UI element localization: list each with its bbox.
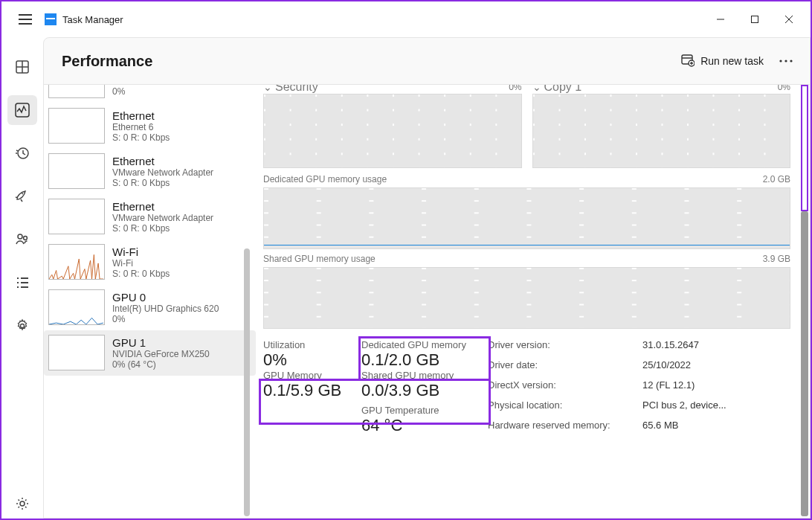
shared-mem-max: 3.9 GB [763,254,790,264]
perf-item-name: Ethernet [112,200,213,213]
nav-app-history[interactable] [7,138,37,168]
perf-item-name: Ethernet [112,155,213,167]
dedicated-mem-max: 2.0 GB [763,174,790,184]
svg-rect-0 [752,16,758,23]
nav-startup[interactable] [7,182,37,211]
nav-services[interactable] [7,311,37,341]
engine-copy-label: Copy 1 [544,85,582,94]
app-icon [45,13,57,25]
app-title: Task Manager [62,14,123,25]
engine-copy-chart [532,94,791,168]
perf-thumb [48,289,105,325]
driver-version-value: 31.0.15.2647 [642,339,790,355]
metric-utilization: Utilization 0% [263,339,361,370]
run-task-icon [681,54,695,69]
perf-thumb [48,153,105,189]
metrics-grid: Utilization 0% Dedicated GPU memory 0.1/… [263,339,790,435]
perf-item-stat: S: 0 R: 0 Kbps [112,178,213,188]
nav-users[interactable] [7,225,37,254]
chevron-down-icon[interactable]: ⌄ [532,85,541,93]
perf-item-stat: S: 0 R: 0 Kbps [112,132,170,143]
perf-item-stat: 0% [112,86,131,97]
perf-item-sub: NVIDIA GeForce MX250 [112,349,210,359]
perf-item-ssd[interactable]: SSD 0% [44,85,256,103]
metric-gpu-memory: GPU Memory 0.1/5.9 GB [263,370,361,400]
perf-sidebar: SSD 0% Ethernet Ethernet 6 S: 0 R: 0 Kbp… [44,85,256,518]
svg-point-12 [790,60,792,62]
engine-security-pct: 0% [509,85,521,92]
engine-security-label: Security [275,85,318,94]
perf-item-stat: S: 0 R: 0 Kbps [112,223,213,234]
perf-item-stat: 0% (64 °C) [112,359,210,370]
engine-security-chart [263,94,522,168]
run-task-label: Run new task [700,55,764,67]
minimize-button[interactable] [703,7,738,31]
more-button[interactable] [771,46,801,76]
engine-copy-pct: 0% [778,85,790,92]
nav-processes[interactable] [7,52,37,82]
svg-point-5 [24,237,28,240]
svg-point-10 [779,60,782,62]
page-title: Performance [62,53,152,70]
perf-item-sub: VMware Network Adapter [112,167,213,178]
perf-item-sub: VMware Network Adapter [112,213,213,223]
perf-thumb [48,85,105,98]
perf-item-sub: Ethernet 6 [112,122,170,132]
chevron-down-icon[interactable]: ⌄ [263,85,272,93]
directx-key: DirectX version: [488,379,642,395]
nav-rail [1,37,43,519]
nav-settings[interactable] [7,489,37,519]
perf-thumb [48,244,105,280]
perf-item-stat: 0% [112,314,219,324]
svg-point-6 [21,324,25,328]
perf-item-name: GPU 0 [112,291,219,304]
svg-point-7 [20,501,25,506]
dedicated-mem-chart [263,187,790,249]
perf-item-gpu1[interactable]: GPU 1 NVIDIA GeForce MX250 0% (64 °C) [44,330,256,376]
perf-item-sub: Intel(R) UHD Graphics 620 [112,304,219,314]
content-pane: Performance Run new task SSD [43,37,811,519]
close-button[interactable] [772,7,806,31]
metric-shared: Shared GPU memory 0.0/3.9 GB [361,370,488,400]
window: Task Manager Performance Run n [0,0,812,520]
perf-item-ethernet[interactable]: Ethernet Ethernet 6 S: 0 R: 0 Kbps [44,103,256,149]
svg-point-4 [18,234,22,239]
physical-loc-key: Physical location: [488,399,642,415]
driver-date-key: Driver date: [488,359,642,375]
perf-item-name: GPU 1 [112,336,210,349]
driver-date-value: 25/10/2022 [642,359,790,375]
titlebar: Task Manager [1,1,811,37]
content-header: Performance Run new task [44,38,810,84]
hamburger-menu[interactable] [10,4,40,34]
driver-version-key: Driver version: [488,339,642,355]
perf-item-wifi[interactable]: Wi-Fi Wi-Fi S: 0 R: 0 Kbps [44,240,256,285]
driver-info: Driver version:31.0.15.2647 Driver date:… [488,339,790,435]
hw-reserved-key: Hardware reserved memory: [488,420,642,435]
perf-item-name: Wi-Fi [112,245,170,258]
perf-item-gpu0[interactable]: GPU 0 Intel(R) UHD Graphics 620 0% [44,285,256,330]
perf-thumb [48,335,105,370]
perf-item-stat: S: 0 R: 0 Kbps [112,269,170,279]
perf-item-ethernet[interactable]: Ethernet VMware Network Adapter S: 0 R: … [44,194,256,240]
gpu-detail: ⌄ Security 0% ⌄ Copy 1 0% [256,85,810,518]
perf-thumb [48,108,105,144]
nav-performance[interactable] [7,95,37,125]
physical-loc-value: PCI bus 2, device... [642,399,790,415]
metric-dedicated: Dedicated GPU memory 0.1/2.0 GB [361,339,488,370]
run-new-task-button[interactable]: Run new task [674,49,771,74]
nav-details[interactable] [7,268,37,298]
perf-item-name: Ethernet [112,109,170,122]
metric-temperature: GPU Temperature 64 °C [361,405,488,435]
sidebar-scrollbar[interactable] [244,85,251,278]
directx-value: 12 (FL 12.1) [642,379,790,395]
perf-item-ethernet[interactable]: Ethernet VMware Network Adapter S: 0 R: … [44,149,256,194]
dedicated-mem-label: Dedicated GPU memory usage [263,174,387,184]
shared-mem-chart [263,267,790,329]
hw-reserved-value: 65.6 MB [642,420,790,435]
perf-thumb [48,199,105,234]
perf-item-sub: Wi-Fi [112,258,170,269]
shared-mem-label: Shared GPU memory usage [263,254,376,264]
svg-point-11 [784,60,787,62]
maximize-button[interactable] [738,7,772,31]
